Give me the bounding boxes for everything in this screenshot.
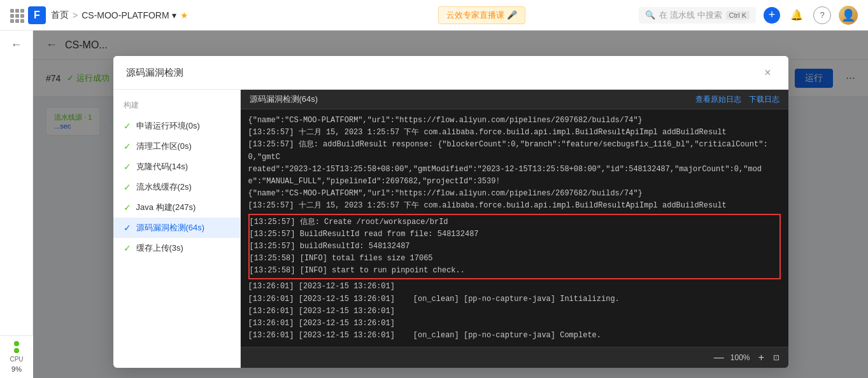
log-line-highlight: [13:25:57] 信息: Create /root/workspace/br…: [250, 216, 779, 228]
modal-step-java-build[interactable]: ✓ Java 构建(247s): [113, 197, 240, 218]
grid-icon[interactable]: [10, 9, 23, 22]
modal-step-clean-workspace[interactable]: ✓ 清理工作区(0s): [113, 136, 240, 157]
highlighted-log-block: [13:25:57] 信息: Create /root/workspace/br…: [248, 214, 781, 280]
modal-step-cache-upload[interactable]: ✓ 缓存上传(3s): [113, 238, 240, 258]
log-line: [13:25:57] 信息: addBuildResult response: …: [248, 139, 781, 163]
topbar: F 首页 > CS-MOO-PLATFORM ▾ ★ 云效专家直播课 🎤 🔍 在…: [0, 0, 868, 31]
cpu-percentage: 9%: [11, 365, 22, 373]
terminal-footer: — 100% + ⊡: [241, 347, 788, 368]
topbar-center: 云效专家直播课 🎤: [325, 6, 639, 24]
modal-title: 源码漏洞检测: [126, 67, 183, 79]
step-success-icon: ✓: [124, 162, 131, 172]
cpu-dot-1: [14, 341, 19, 346]
main-area: ← CPU 9% ← CS-MO... #74 ✓ 运行成功: [0, 31, 868, 378]
cpu-dots: [14, 341, 19, 353]
zoom-level: 100%: [730, 353, 750, 362]
breadcrumb: 首页 > CS-MOO-PLATFORM ▾ ★: [51, 10, 189, 21]
log-line-highlight: [13:25:58] [INFO] start to run pinpoint …: [250, 265, 779, 277]
zoom-out-btn[interactable]: —: [713, 351, 725, 364]
modal-close-btn[interactable]: ×: [760, 65, 776, 80]
topbar-left: F 首页 > CS-MOO-PLATFORM ▾ ★: [10, 6, 325, 24]
add-button[interactable]: +: [764, 7, 780, 24]
step-success-icon: ✓: [124, 202, 131, 213]
avatar-icon: 👤: [841, 8, 855, 22]
log-line: [13:26:01] [2023-12-15 13:26:01] [on_cle…: [248, 330, 781, 342]
sidebar-back-btn[interactable]: ←: [11, 38, 22, 52]
step-success-icon: ✓: [124, 182, 131, 192]
step-success-icon: ✓: [124, 243, 131, 253]
view-raw-log-btn[interactable]: 查看原始日志: [695, 94, 741, 105]
log-line: {"name":"CS-MOO-PLATFORM","url":"https:/…: [248, 188, 781, 200]
breadcrumb-home[interactable]: 首页: [51, 10, 69, 21]
modal-header: 源码漏洞检测 ×: [113, 56, 788, 90]
step-success-icon: ✓: [124, 141, 131, 151]
terminal-header: 源码漏洞检测(64s) 查看原始日志 下载日志: [241, 90, 788, 109]
logo-icon: F: [28, 6, 46, 24]
log-line: reated":"2023-12-15T13:25:58+08:00","gmt…: [248, 164, 781, 188]
zoom-fit-btn[interactable]: ⊡: [773, 353, 779, 362]
cpu-indicator: CPU 9%: [0, 335, 33, 378]
help-icon[interactable]: ?: [813, 6, 831, 24]
star-icon[interactable]: ★: [180, 10, 189, 20]
terminal-title: 源码漏洞检测(64s): [250, 94, 318, 105]
modal-overlay: 源码漏洞检测 × 构建 ✓ 申请运行环境(0s) ✓ 清理工作: [33, 31, 868, 378]
breadcrumb-sep: >: [73, 10, 78, 20]
log-line: {"name":"CS-MOO-PLATFORM","url":"https:/…: [248, 115, 781, 127]
log-line: [13:25:57] 十二月 15, 2023 1:25:57 下午 com.a…: [248, 200, 781, 212]
breadcrumb-project[interactable]: CS-MOO-PLATFORM ▾: [82, 10, 176, 20]
log-line-highlight: [13:25:58] [INFO] total files size 17065: [250, 253, 779, 265]
zoom-in-btn[interactable]: +: [755, 351, 768, 364]
log-line: [13:26:01] [2023-12-15 13:26:01]: [248, 281, 781, 293]
log-line-highlight: [13:25:57] buildResultId: 548132487: [250, 241, 779, 253]
modal-left-panel: 构建 ✓ 申请运行环境(0s) ✓ 清理工作区(0s) ✓ 克隆代码(14s): [113, 90, 241, 368]
cpu-dot-2: [14, 348, 19, 353]
cloud-banner-text: 云效专家直播课 🎤: [446, 10, 517, 21]
topbar-right: 🔍 在 流水线 中搜索 Ctrl K + 🔔 ? 👤: [639, 6, 858, 25]
back-arrow-icon: ←: [11, 38, 22, 51]
log-line-highlight: [13:25:57] BuildResultId read from file:…: [250, 228, 779, 241]
left-sidebar: ← CPU 9%: [0, 31, 33, 378]
terminal-body[interactable]: {"name":"CS-MOO-PLATFORM","url":"https:/…: [241, 109, 788, 347]
search-icon: 🔍: [645, 10, 655, 20]
modal-body: 构建 ✓ 申请运行环境(0s) ✓ 清理工作区(0s) ✓ 克隆代码(14s): [113, 90, 788, 368]
cpu-label: CPU: [10, 356, 23, 363]
log-line: [13:25:57] 十二月 15, 2023 1:25:57 下午 com.a…: [248, 127, 781, 139]
modal-dialog: 源码漏洞检测 × 构建 ✓ 申请运行环境(0s) ✓ 清理工作: [113, 56, 788, 368]
modal-step-clone[interactable]: ✓ 克隆代码(14s): [113, 157, 240, 177]
download-log-btn[interactable]: 下载日志: [749, 94, 779, 105]
log-line: [13:26:01] [2023-12-15 13:26:01] [on_cle…: [248, 293, 781, 305]
search-box[interactable]: 🔍 在 流水线 中搜索 Ctrl K: [639, 7, 756, 24]
page-content: ← CS-MO... #74 ✓ 运行成功 触发信息 无插 • 页... 0 行…: [33, 31, 868, 378]
step-success-icon: ✓: [124, 223, 131, 233]
modal-terminal-panel: 源码漏洞检测(64s) 查看原始日志 下载日志 {"name":"CS-MOO-…: [241, 90, 788, 368]
modal-step-cache[interactable]: ✓ 流水线缓存(2s): [113, 177, 240, 197]
log-line: [13:26:01] [2023-12-15 13:26:01]: [248, 305, 781, 318]
bell-icon[interactable]: 🔔: [788, 6, 806, 24]
avatar[interactable]: 👤: [839, 6, 858, 25]
search-shortcut: Ctrl K: [726, 11, 750, 20]
step-success-icon: ✓: [124, 121, 131, 131]
search-placeholder-text: 在 流水线 中搜索: [659, 10, 722, 21]
cloud-banner[interactable]: 云效专家直播课 🎤: [438, 6, 525, 24]
modal-section-title: 构建: [113, 97, 240, 116]
log-line: [13:26:01] [2023-12-15 13:26:01]: [248, 318, 781, 330]
modal-step-apply-env[interactable]: ✓ 申请运行环境(0s): [113, 116, 240, 136]
modal-step-vuln-scan[interactable]: ✓ 源码漏洞检测(64s): [113, 218, 240, 238]
terminal-actions: 查看原始日志 下载日志: [695, 94, 779, 105]
